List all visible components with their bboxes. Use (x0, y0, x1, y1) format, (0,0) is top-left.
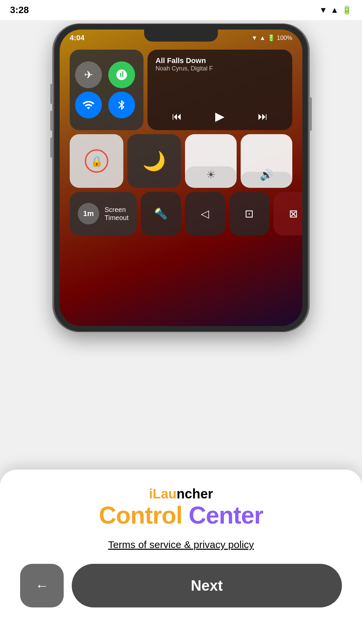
rotate-lock-panel[interactable]: 🔒 (70, 134, 123, 188)
back-arrow-icon: ← (35, 578, 49, 593)
next-label: Next (191, 577, 223, 594)
next-button[interactable]: Next (72, 564, 342, 607)
phone-screen: 4:04 ▼ ▲ 🔋 100% ✈ (60, 30, 302, 326)
top-row: ✈ (70, 50, 292, 130)
app-name-black: ncher (177, 486, 213, 501)
status-time: 3:28 (10, 5, 29, 15)
app-name: iLauncher (99, 486, 263, 501)
rotate-lock-icon: 🔒 (85, 149, 108, 173)
phone-frame: 4:04 ▼ ▲ 🔋 100% ✈ (54, 23, 308, 332)
music-artist: Noah Cyrus, Digital F (156, 65, 284, 72)
phone-battery-icon: 🔋 (267, 34, 275, 42)
extra-icons: 🔦 ◁ ⊡ ⊠ (141, 192, 302, 235)
wifi-icon: ▼ (319, 5, 327, 15)
brightness-icon: ☀ (206, 168, 216, 181)
phone-mockup: 4:04 ▼ ▲ 🔋 100% ✈ (54, 23, 308, 332)
music-controls: ⏮ ▶ ⏭ (156, 109, 284, 123)
phone-signal-icon: ▲ (259, 35, 265, 42)
signal-icon: ▲ (330, 5, 339, 15)
sliders-area: ☀ 🔊 (185, 134, 292, 188)
phone-time: 4:04 (70, 34, 84, 42)
battery-icon: 🔋 (342, 5, 352, 15)
extra-button-3[interactable]: ⊡ (229, 192, 269, 235)
volume-slider[interactable]: 🔊 (241, 134, 292, 188)
night-mode-panel[interactable]: 🌙 (127, 134, 181, 188)
app-branding: iLauncher Control Center (99, 486, 263, 529)
extra-button-2[interactable]: ◁ (185, 192, 225, 235)
brightness-slider[interactable]: ☀ (185, 134, 237, 188)
bluetooth-button[interactable] (108, 92, 135, 118)
phone-battery-pct: 100% (277, 35, 292, 42)
control-center: ✈ (70, 50, 292, 319)
phone-wifi-icon: ▼ (251, 35, 257, 42)
app-subtitle: Control Center (99, 501, 263, 529)
phone-notch (144, 30, 218, 42)
extra-button-4[interactable]: ⊠ (274, 192, 302, 235)
flashlight-button[interactable]: 🔦 (141, 192, 181, 235)
connectivity-panel: ✈ (70, 50, 143, 130)
cellular-button[interactable] (108, 61, 135, 88)
airplane-mode-button[interactable]: ✈ (75, 61, 102, 88)
bottom-sheet: iLauncher Control Center Terms of servic… (0, 470, 362, 644)
fast-forward-button[interactable]: ⏭ (258, 111, 268, 122)
screen-timeout-label: ScreenTimeout (105, 206, 129, 222)
wifi-toggle-button[interactable] (75, 92, 102, 118)
bottom-buttons: ← Next (20, 564, 342, 607)
music-title: All Falls Down (156, 56, 284, 65)
app-name-orange: iLau (149, 486, 176, 501)
music-info: All Falls Down Noah Cyrus, Digital F (156, 56, 284, 72)
screen-timeout-panel[interactable]: 1m ScreenTimeout (70, 192, 137, 235)
timeout-value: 1m (78, 203, 99, 224)
rewind-button[interactable]: ⏮ (172, 111, 182, 122)
play-button[interactable]: ▶ (215, 109, 225, 123)
music-panel: All Falls Down Noah Cyrus, Digital F ⏮ ▶… (147, 50, 292, 130)
phone-status-right: ▼ ▲ 🔋 100% (251, 34, 292, 42)
back-button[interactable]: ← (20, 564, 64, 607)
moon-icon: 🌙 (142, 150, 166, 172)
bottom-row: 1m ScreenTimeout 🔦 ◁ ⊡ ⊠ (70, 192, 292, 235)
status-icons: ▼ ▲ 🔋 (319, 5, 352, 15)
middle-row: 🔒 🌙 ☀ (70, 134, 292, 188)
volume-icon: 🔊 (260, 168, 273, 181)
subtitle-orange: Control (99, 502, 182, 529)
terms-link[interactable]: Terms of service & privacy policy (108, 539, 254, 550)
android-status-bar: 3:28 ▼ ▲ 🔋 (0, 0, 362, 20)
lock-symbol: 🔒 (90, 155, 103, 167)
subtitle-purple: Center (189, 502, 263, 529)
